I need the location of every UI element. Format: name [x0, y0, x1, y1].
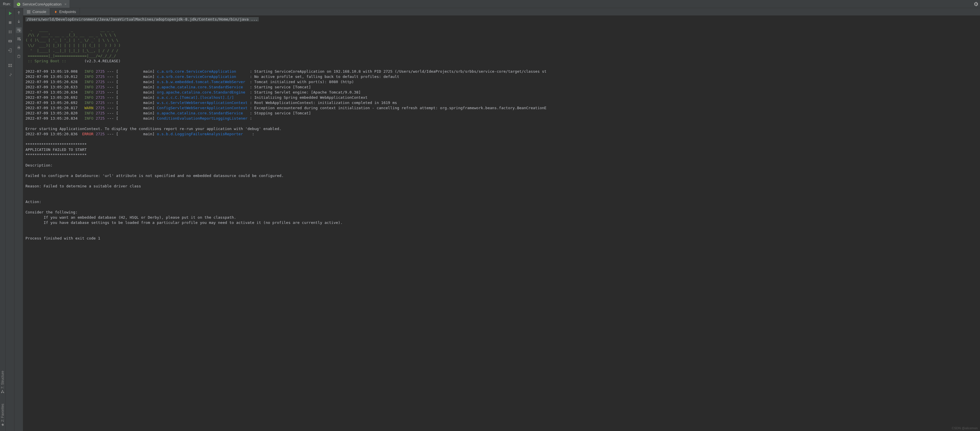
scroll-up-button[interactable]: [16, 10, 22, 16]
svg-rect-15: [18, 48, 19, 49]
svg-rect-4: [9, 21, 11, 24]
structure-label: 7: Structure: [1, 371, 5, 389]
tab-console[interactable]: Console: [23, 8, 50, 15]
structure-tool-button[interactable]: 7: Structure: [1, 371, 5, 393]
flame-icon: [54, 10, 57, 14]
favorites-tool-button[interactable]: 2: Favorites: [1, 404, 5, 427]
watermark-text: CSDN @alicemon: [952, 426, 978, 430]
command-line: /Users/world/DevelopEnvironment/Java/Jav…: [25, 17, 259, 21]
left-tool-strip: 7: Structure 2: Favorites: [0, 8, 6, 431]
run-toolbar: [6, 8, 14, 431]
pin-button[interactable]: [7, 72, 13, 78]
svg-rect-14: [18, 46, 19, 47]
scroll-down-button[interactable]: [16, 19, 22, 24]
run-config-tab[interactable]: ServiceCoreApplication ×: [14, 0, 70, 8]
svg-rect-17: [27, 11, 30, 12]
svg-rect-18: [27, 13, 30, 13]
layout-button[interactable]: [7, 62, 13, 69]
scroll-to-end-button[interactable]: [16, 36, 22, 42]
clear-all-button[interactable]: [16, 53, 22, 59]
svg-rect-11: [8, 66, 10, 67]
stop-button[interactable]: [7, 20, 13, 26]
pause-button[interactable]: [7, 29, 13, 35]
spring-run-icon: [16, 2, 21, 6]
console-output[interactable]: /Users/world/DevelopEnvironment/Java/Jav…: [23, 16, 980, 431]
svg-rect-5: [9, 30, 10, 34]
svg-rect-12: [10, 66, 11, 67]
dump-threads-button[interactable]: [7, 38, 13, 44]
run-settings-button[interactable]: [972, 0, 980, 8]
run-label: Run:: [3, 2, 11, 6]
console-gutter: [14, 8, 23, 431]
svg-point-8: [10, 41, 11, 42]
tab-endpoints[interactable]: Endpoints: [50, 8, 80, 15]
console-panel: Console Endpoints /Users/world/DevelopEn…: [23, 8, 980, 431]
soft-wrap-button[interactable]: [16, 27, 22, 33]
svg-rect-9: [8, 64, 10, 65]
console-tabbar: Console Endpoints: [23, 8, 980, 16]
exit-button[interactable]: [7, 48, 13, 53]
svg-rect-6: [10, 30, 11, 34]
run-config-title: ServiceCoreApplication: [22, 2, 61, 6]
tab-console-label: Console: [32, 10, 46, 14]
close-icon[interactable]: ×: [65, 2, 67, 6]
svg-rect-16: [27, 10, 30, 11]
run-bar: Run: ServiceCoreApplication ×: [0, 0, 980, 8]
console-list-icon: [27, 10, 31, 14]
tab-endpoints-label: Endpoints: [59, 10, 76, 14]
print-button[interactable]: [16, 45, 22, 50]
rerun-button[interactable]: [7, 10, 13, 16]
svg-rect-10: [10, 64, 11, 65]
favorites-label: 2: Favorites: [1, 404, 5, 422]
svg-rect-3: [2, 390, 3, 391]
